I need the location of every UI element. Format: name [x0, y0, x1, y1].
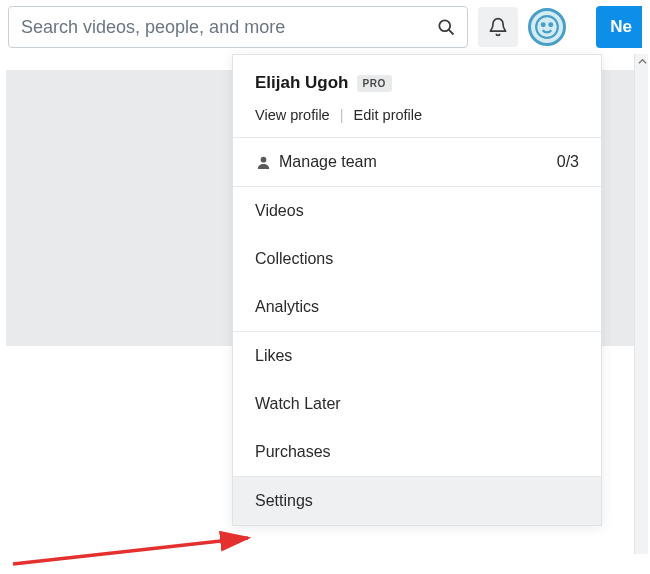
profile-links: View profile | Edit profile [255, 107, 579, 123]
menu-item-likes[interactable]: Likes [233, 332, 601, 380]
menu-item-settings[interactable]: Settings [233, 477, 601, 525]
top-bar: Ne [0, 0, 650, 54]
menu-item-videos[interactable]: Videos [233, 187, 601, 235]
scrollbar-track[interactable] [634, 54, 648, 554]
avatar-face-icon [534, 14, 560, 40]
view-profile-link[interactable]: View profile [255, 107, 330, 123]
svg-point-2 [536, 16, 558, 38]
new-button[interactable]: Ne [596, 6, 642, 48]
menu-item-collections[interactable]: Collections [233, 235, 601, 283]
chevron-up-icon [638, 57, 647, 66]
menu-item-label: Watch Later [255, 395, 341, 413]
search-icon [436, 17, 456, 37]
edit-profile-link[interactable]: Edit profile [354, 107, 423, 123]
manage-team-label: Manage team [279, 153, 377, 171]
svg-point-4 [549, 23, 552, 26]
svg-point-0 [439, 20, 450, 31]
svg-point-3 [542, 23, 545, 26]
menu-item-label: Videos [255, 202, 304, 220]
person-icon [255, 154, 279, 171]
menu-item-label: Purchases [255, 443, 331, 461]
avatar[interactable] [528, 8, 566, 46]
user-name-row: Elijah Ugoh PRO [255, 73, 579, 93]
menu-item-purchases[interactable]: Purchases [233, 428, 601, 476]
menu-item-label: Analytics [255, 298, 319, 316]
user-name: Elijah Ugoh [255, 73, 349, 93]
menu-item-label: Likes [255, 347, 292, 365]
manage-team-count: 0/3 [557, 153, 579, 171]
menu-item-label: Collections [255, 250, 333, 268]
search-input[interactable] [8, 6, 468, 48]
menu-item-label: Settings [255, 492, 313, 510]
notifications-button[interactable] [478, 7, 518, 47]
menu-item-analytics[interactable]: Analytics [233, 283, 601, 331]
search-wrapper [8, 6, 468, 48]
svg-point-5 [261, 156, 267, 162]
link-separator: | [340, 107, 344, 123]
user-menu-dropdown: Elijah Ugoh PRO View profile | Edit prof… [232, 54, 602, 526]
search-button[interactable] [430, 11, 462, 43]
menu-item-watch-later[interactable]: Watch Later [233, 380, 601, 428]
svg-line-1 [449, 30, 454, 35]
pro-badge: PRO [357, 75, 392, 92]
bell-icon [488, 17, 508, 37]
manage-team-item[interactable]: Manage team 0/3 [233, 138, 601, 186]
scrollbar-up-button[interactable] [635, 54, 649, 68]
dropdown-header: Elijah Ugoh PRO View profile | Edit prof… [233, 55, 601, 137]
